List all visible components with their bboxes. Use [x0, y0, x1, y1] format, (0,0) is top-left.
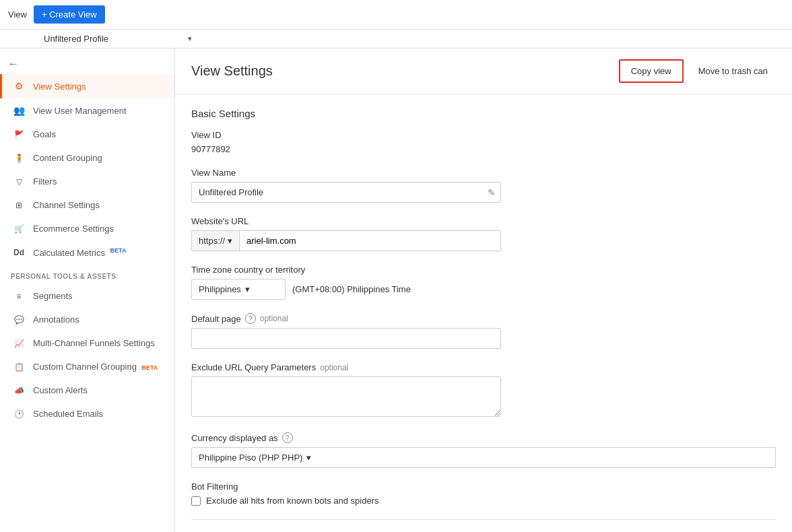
content-body: Basic Settings View ID 90777892 View Nam…	[175, 94, 792, 532]
view-name-label: View Name	[191, 168, 776, 178]
sidebar-item-content-grouping[interactable]: 🧍 Content Grouping	[0, 146, 174, 170]
sidebar-item-label: Goals	[33, 129, 56, 139]
sidebar-item-label: Content Grouping	[33, 153, 102, 163]
custom-alerts-icon: 📣	[13, 386, 25, 395]
sidebar-item-label: Ecommerce Settings	[33, 224, 114, 234]
website-url-label: Website's URL	[191, 216, 776, 226]
view-id-label: View ID	[191, 130, 776, 140]
sidebar-item-label: View Settings	[33, 81, 86, 92]
page-title: View Settings	[191, 63, 273, 79]
bot-filtering-group: Bot Filtering Exclude all hits from know…	[191, 481, 776, 506]
bot-filtering-row: Exclude all hits from known bots and spi…	[191, 496, 776, 506]
sidebar-item-label: Scheduled Emails	[33, 409, 103, 419]
copy-view-button[interactable]: Copy view	[619, 59, 684, 83]
section-divider	[191, 519, 776, 520]
default-page-input[interactable]	[191, 328, 501, 349]
scheduled-emails-icon: 🕐	[13, 409, 25, 419]
edit-icon: ✎	[488, 187, 496, 198]
sidebar-item-label: Channel Settings	[33, 200, 100, 210]
view-name-input-wrapper: ✎	[191, 182, 501, 203]
currency-label: Currency displayed as ?	[191, 432, 776, 443]
url-input[interactable]	[239, 230, 501, 251]
sidebar-item-goals[interactable]: 🚩 Goals	[0, 123, 174, 146]
sidebar-item-label: Custom Channel Grouping BETA	[33, 362, 158, 372]
timezone-country-value: Philippines	[199, 284, 241, 294]
personal-tools-section-label: Personal Tools & Assets	[0, 265, 174, 284]
sidebar-item-channel-settings[interactable]: ⊞ Channel Settings	[0, 193, 174, 217]
view-label: View	[8, 9, 27, 20]
filters-icon: ▽	[13, 177, 25, 187]
default-page-label: Default page ? optional	[191, 313, 776, 324]
sidebar-item-annotations[interactable]: 💬 Annotations	[0, 308, 174, 331]
top-bar: View + Create View	[0, 0, 792, 30]
view-name-group: View Name ✎	[191, 168, 776, 203]
chevron-down-icon: ▾	[188, 34, 192, 43]
sidebar-item-scheduled-emails[interactable]: 🕐 Scheduled Emails	[0, 402, 174, 426]
view-id-value: 90777892	[191, 144, 776, 154]
sidebar-item-view-settings[interactable]: ⚙ View Settings	[0, 74, 174, 98]
beta-badge: BETA	[110, 247, 127, 254]
segments-icon: ≡	[13, 292, 25, 301]
ecommerce-icon: 🛒	[13, 224, 25, 234]
sidebar-item-ecommerce-settings[interactable]: 🛒 Ecommerce Settings	[0, 217, 174, 240]
bot-filtering-checkbox-label: Exclude all hits from known bots and spi…	[206, 496, 379, 506]
sidebar-item-multi-channel[interactable]: 📈 Multi-Channel Funnels Settings	[0, 331, 174, 355]
currency-help-icon[interactable]: ?	[282, 432, 293, 443]
multi-channel-icon: 📈	[13, 339, 25, 348]
timezone-label: Time zone country or territory	[191, 265, 776, 275]
currency-chevron: ▾	[306, 453, 311, 463]
annotations-icon: 💬	[13, 315, 25, 325]
beta-badge-orange: BETA	[142, 364, 158, 371]
basic-settings-title: Basic Settings	[191, 108, 776, 119]
profile-dropdown[interactable]: Unfiltered Profile ▾	[44, 34, 192, 44]
main-layout: ← ⚙ View Settings 👥 View User Management…	[0, 48, 792, 532]
default-page-group: Default page ? optional	[191, 313, 776, 349]
currency-value: Philippine Piso (PHP PHP)	[199, 453, 302, 463]
sidebar-item-label: Custom Alerts	[33, 385, 88, 395]
custom-channel-icon: 📋	[13, 362, 25, 372]
url-protocol-dropdown[interactable]: https:// ▾	[191, 230, 239, 251]
exclude-url-group: Exclude URL Query Parameters optional	[191, 362, 776, 419]
content-grouping-icon: 🧍	[13, 154, 25, 163]
sidebar-item-label: Multi-Channel Funnels Settings	[33, 338, 155, 348]
sidebar-item-label: Segments	[33, 291, 73, 301]
create-view-button[interactable]: + Create View	[34, 5, 105, 24]
calculated-metrics-icon: Dd	[13, 248, 25, 257]
content-header: View Settings Copy view Move to trash ca…	[175, 48, 792, 94]
back-icon: ←	[8, 58, 19, 70]
exclude-url-label: Exclude URL Query Parameters optional	[191, 362, 776, 372]
url-protocol-chevron: ▾	[228, 236, 232, 246]
sidebar: ← ⚙ View Settings 👥 View User Management…	[0, 48, 175, 532]
sidebar-item-label: Calculated Metrics BETA	[33, 247, 126, 258]
profile-dropdown-label: Unfiltered Profile	[44, 34, 108, 44]
sidebar-item-custom-alerts[interactable]: 📣 Custom Alerts	[0, 378, 174, 402]
sidebar-item-filters[interactable]: ▽ Filters	[0, 170, 174, 193]
timezone-country-dropdown[interactable]: Philippines ▾	[191, 279, 286, 300]
timezone-row: Philippines ▾ (GMT+08:00) Philippines Ti…	[191, 279, 501, 300]
channel-settings-icon: ⊞	[13, 201, 25, 210]
currency-dropdown[interactable]: Philippine Piso (PHP PHP) ▾	[191, 447, 776, 468]
view-id-group: View ID 90777892	[191, 130, 776, 154]
sidebar-item-view-user-management[interactable]: 👥 View User Management	[0, 98, 174, 123]
timezone-country-chevron: ▾	[245, 284, 250, 294]
sidebar-item-segments[interactable]: ≡ Segments	[0, 284, 174, 308]
timezone-value: (GMT+08:00) Philippines Time	[292, 284, 411, 294]
sidebar-item-label: Annotations	[33, 314, 79, 325]
bot-filtering-checkbox[interactable]	[191, 496, 201, 506]
sidebar-item-custom-channel-grouping[interactable]: 📋 Custom Channel Grouping BETA	[0, 355, 174, 378]
exclude-url-input[interactable]	[191, 376, 501, 417]
url-protocol-value: https://	[199, 236, 225, 246]
users-icon: 👥	[13, 105, 25, 116]
default-page-help-icon[interactable]: ?	[245, 313, 256, 324]
currency-group: Currency displayed as ? Philippine Piso …	[191, 432, 776, 468]
url-row: https:// ▾	[191, 230, 501, 251]
sidebar-item-calculated-metrics[interactable]: Dd Calculated Metrics BETA	[0, 240, 174, 265]
view-settings-icon: ⚙	[13, 81, 25, 92]
goals-icon: 🚩	[13, 130, 25, 139]
website-url-group: Website's URL https:// ▾	[191, 216, 776, 251]
view-name-input[interactable]	[191, 182, 501, 203]
move-to-trash-button[interactable]: Move to trash can	[690, 61, 776, 81]
back-button[interactable]: ←	[0, 54, 174, 74]
create-view-label: + Create View	[42, 9, 97, 20]
profile-row: Unfiltered Profile ▾	[0, 30, 792, 48]
